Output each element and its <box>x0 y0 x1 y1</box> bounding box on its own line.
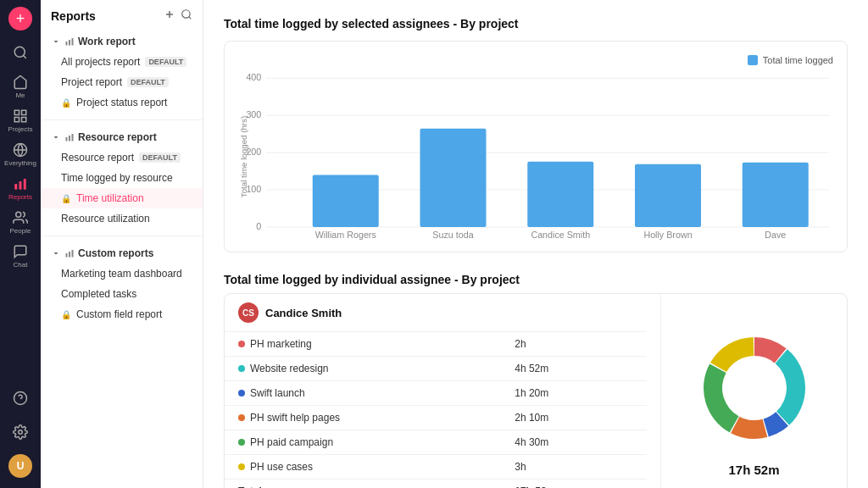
sidebar-item-resource-report[interactable]: Resource report DEFAULT <box>41 147 203 168</box>
sidebar-item-completed-tasks[interactable]: Completed tasks <box>41 284 203 304</box>
time-logged-label: Time logged by resource <box>61 172 173 184</box>
legend-color-dot <box>748 55 758 65</box>
bar-william <box>313 175 379 226</box>
nav-projects[interactable]: Projects <box>5 105 36 136</box>
svg-rect-20 <box>69 40 70 46</box>
divider-2 <box>41 236 203 236</box>
sidebar-header-actions <box>164 8 192 23</box>
bar-chart-section: Total time logged by selected assignees … <box>224 17 848 252</box>
svg-rect-27 <box>72 250 74 258</box>
bar-chart-svg: 0 100 200 300 400 Total time logged (hrs… <box>238 72 833 241</box>
svg-text:300: 300 <box>246 109 261 119</box>
sidebar-item-all-projects[interactable]: All projects report DEFAULT <box>41 52 203 72</box>
sidebar-item-time-utilization[interactable]: 🔒 Time utilization <box>41 188 203 208</box>
svg-text:0: 0 <box>256 221 261 231</box>
sidebar-item-time-logged[interactable]: Time logged by resource <box>41 168 203 188</box>
svg-rect-9 <box>19 181 22 190</box>
bar-candice <box>527 162 593 227</box>
svg-text:Suzu toda: Suzu toda <box>432 230 473 240</box>
sidebar-item-custom-field-report[interactable]: 🔒 Custom field report <box>41 304 203 324</box>
nav-help[interactable] <box>5 383 36 413</box>
sidebar-item-project-report[interactable]: Project report DEFAULT <box>41 72 203 92</box>
completed-tasks-label: Completed tasks <box>61 288 136 300</box>
custom-reports-toggle[interactable]: Custom reports <box>41 243 203 263</box>
nav-me-label: Me <box>15 92 25 99</box>
project-report-badge: DEFAULT <box>127 77 169 87</box>
svg-rect-26 <box>69 252 70 258</box>
donut-segment-4 <box>704 363 738 432</box>
sidebar: Reports Work report All projects report … <box>41 0 203 488</box>
table-total-row: Total17h 52m <box>225 480 647 489</box>
assignee-name: Candice Smith <box>265 307 342 319</box>
svg-rect-4 <box>22 117 26 121</box>
table-panel: CS Candice Smith PH marketing 2h Website… <box>225 294 647 488</box>
svg-point-11 <box>16 212 21 217</box>
nav-chat[interactable]: Chat <box>5 241 36 271</box>
nav-everything[interactable]: Everything <box>5 139 36 169</box>
resource-report-item-label: Resource report <box>61 152 134 164</box>
bar-holly <box>635 164 701 227</box>
table-row: PH paid campaign 4h 30m <box>225 430 647 455</box>
svg-rect-25 <box>66 253 68 258</box>
nav-settings[interactable] <box>5 417 36 447</box>
nav-everything-label: Everything <box>4 159 36 167</box>
bar-suzu <box>420 129 487 227</box>
svg-text:Candice Smith: Candice Smith <box>531 230 590 240</box>
time-util-lock-icon: 🔒 <box>61 194 71 203</box>
nav-reports[interactable]: Reports <box>5 173 36 203</box>
table-row: PH use cases 3h <box>225 455 647 480</box>
user-avatar[interactable]: U <box>5 451 36 481</box>
svg-line-1 <box>23 55 25 58</box>
bar-chart-title: Total time logged by selected assignees … <box>224 17 848 30</box>
legend-label: Total time logged <box>763 55 833 65</box>
search-sidebar-icon[interactable] <box>181 8 192 23</box>
table-row: PH swift help pages 2h 10m <box>225 406 647 430</box>
svg-rect-5 <box>14 117 19 121</box>
project-table: PH marketing 2h Website redesign 4h 52m … <box>225 332 647 488</box>
svg-rect-24 <box>72 134 74 141</box>
svg-rect-21 <box>72 38 74 46</box>
divider-1 <box>41 119 203 120</box>
svg-text:200: 200 <box>246 147 261 157</box>
table-row: Website redesign 4h 52m <box>225 357 647 381</box>
add-button[interactable]: + <box>8 7 32 30</box>
donut-total: 17h 52m <box>728 463 779 477</box>
nav-me[interactable]: Me <box>5 71 36 102</box>
sidebar-item-marketing-dashboard[interactable]: Marketing team dashboard <box>41 263 203 284</box>
svg-point-0 <box>14 47 25 57</box>
project-report-label: Project report <box>61 76 122 88</box>
resource-report-label: Resource report <box>78 131 157 143</box>
svg-text:Holly Brown: Holly Brown <box>643 230 692 240</box>
icon-bar: + Me Projects Everything Reports People … <box>0 0 41 488</box>
sidebar-item-resource-utilization[interactable]: Resource utilization <box>41 208 203 229</box>
donut-segment-5 <box>709 337 753 372</box>
svg-rect-10 <box>24 179 26 190</box>
svg-rect-19 <box>66 42 68 46</box>
all-projects-label: All projects report <box>61 56 140 68</box>
custom-field-report-label: Custom field report <box>76 308 162 320</box>
sidebar-item-project-status[interactable]: 🔒 Project status report <box>41 92 203 113</box>
nav-reports-label: Reports <box>8 193 32 201</box>
time-utilization-label: Time utilization <box>76 192 144 204</box>
table-row: PH marketing 2h <box>225 332 647 357</box>
work-report-toggle[interactable]: Work report <box>41 31 203 52</box>
svg-rect-2 <box>14 110 19 114</box>
bar-dave <box>743 163 809 227</box>
add-report-icon[interactable] <box>164 8 175 23</box>
donut-section: Total time logged by individual assignee… <box>224 273 848 488</box>
nav-people-label: People <box>10 227 31 235</box>
svg-rect-3 <box>22 110 26 114</box>
main-content: Total time logged by selected assignees … <box>203 0 868 488</box>
svg-text:Total time logged (hrs): Total time logged (hrs) <box>239 116 248 197</box>
resource-report-toggle[interactable]: Resource report <box>41 127 203 147</box>
avatar-image: U <box>8 454 32 478</box>
assignee-avatar: CS <box>238 302 259 323</box>
svg-text:Dave: Dave <box>765 230 786 240</box>
resource-utilization-label: Resource utilization <box>61 213 150 225</box>
chart-legend: Total time logged <box>238 55 833 65</box>
project-status-lock-icon: 🔒 <box>61 98 71 108</box>
nav-search[interactable] <box>5 37 36 68</box>
sidebar-title: Reports <box>51 9 96 23</box>
nav-projects-label: Projects <box>8 125 33 133</box>
nav-people[interactable]: People <box>5 207 36 237</box>
